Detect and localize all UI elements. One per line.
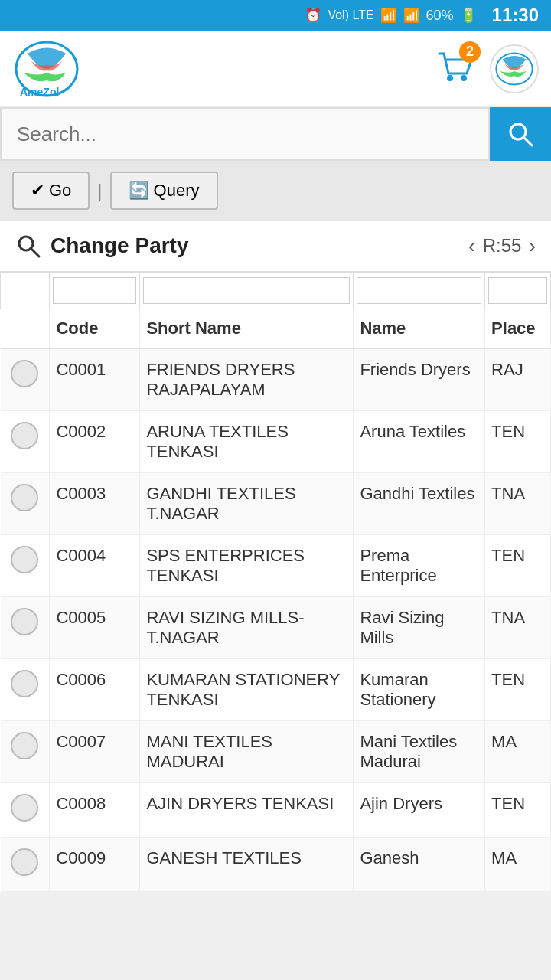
profile-avatar[interactable]	[490, 44, 539, 93]
query-label: Query	[154, 181, 200, 201]
row-place: MA	[485, 838, 551, 892]
filter-name-input[interactable]	[357, 277, 481, 304]
col-header-name: Name	[354, 309, 485, 349]
check-icon: ✔	[31, 181, 44, 201]
filter-shortname-cell	[140, 273, 354, 309]
go-button[interactable]: ✔ Go	[12, 172, 90, 210]
search-button[interactable]	[490, 107, 551, 161]
row-short-name: AJIN DRYERS TENKASI	[140, 783, 354, 838]
col-header-shortname: Short Name	[140, 309, 354, 349]
row-name: Ganesh	[354, 838, 485, 892]
row-name: Kumaran Stationery	[354, 659, 485, 721]
row-radio-button[interactable]	[11, 794, 38, 822]
row-select-cell	[1, 535, 50, 597]
status-bar: ⏰ Vol) LTE 📶 📶 60% 🔋 11:30	[0, 0, 551, 31]
row-select-cell	[1, 721, 50, 783]
table-row[interactable]: C0002ARUNA TEXTILES TENKASIAruna Textile…	[1, 411, 551, 473]
row-short-name: FRIENDS DRYERS RAJAPALAYAM	[140, 348, 354, 411]
row-place: TEN	[485, 783, 551, 838]
row-radio-button[interactable]	[11, 848, 38, 876]
row-place: TEN	[485, 535, 551, 597]
row-select-cell	[1, 783, 50, 838]
battery-text: 60%	[426, 8, 454, 24]
search-input[interactable]	[0, 107, 490, 161]
table-row[interactable]: C0003GANDHI TEXTILES T.NAGARGandhi Texti…	[1, 473, 551, 535]
row-select-cell	[1, 838, 50, 892]
prev-page-button[interactable]: ‹	[468, 234, 475, 258]
row-place: RAJ	[485, 348, 551, 411]
change-party-header: Change Party ‹ R:55 ›	[0, 220, 551, 272]
row-code: C0004	[50, 535, 140, 597]
table-row[interactable]: C0004SPS ENTERPRICES TENKASIPrema Enterp…	[1, 535, 551, 597]
cart-badge: 2	[459, 41, 481, 63]
table-row[interactable]: C0005RAVI SIZING MILLS- T.NAGARRavi Sizi…	[1, 597, 551, 659]
signal-icon: 📶	[403, 7, 420, 24]
row-short-name: MANI TEXTILES MADURAI	[140, 721, 354, 783]
next-page-button[interactable]: ›	[529, 234, 536, 258]
row-code: C0003	[50, 473, 140, 535]
filter-place-input[interactable]	[488, 277, 547, 304]
change-party-title-container: Change Party	[15, 233, 189, 259]
row-name: Mani Textiles Madurai	[354, 721, 485, 783]
logo-container[interactable]: AmeZol	[12, 38, 81, 100]
row-radio-button[interactable]	[11, 608, 38, 635]
row-code: C0007	[50, 721, 140, 783]
row-short-name: GANESH TEXTILES	[140, 838, 354, 892]
app-header: AmeZol 2	[0, 31, 551, 107]
row-name: Aruna Textiles	[354, 411, 485, 473]
row-radio-button[interactable]	[11, 360, 38, 387]
row-radio-button[interactable]	[11, 732, 38, 760]
row-short-name: GANDHI TEXTILES T.NAGAR	[140, 473, 354, 535]
row-select-cell	[1, 659, 50, 721]
alarm-icon: ⏰	[305, 7, 321, 24]
pagination: ‹ R:55 ›	[468, 234, 536, 258]
toolbar: ✔ Go | 🔄 Query	[0, 161, 551, 220]
row-code: C0006	[50, 659, 140, 721]
status-time: 11:30	[492, 5, 539, 26]
app-logo: AmeZol	[12, 38, 81, 100]
svg-point-3	[461, 75, 467, 81]
row-radio-button[interactable]	[11, 484, 38, 511]
filter-row	[1, 273, 551, 309]
svg-point-2	[447, 75, 453, 81]
row-select-cell	[1, 411, 50, 473]
table-body: C0001FRIENDS DRYERS RAJAPALAYAMFriends D…	[1, 348, 551, 892]
row-short-name: SPS ENTERPRICES TENKASI	[140, 535, 354, 597]
table-row[interactable]: C0006KUMARAN STATIONERY TENKASIKumaran S…	[1, 659, 551, 721]
search-magnify-icon	[15, 233, 41, 259]
filter-name-cell	[354, 273, 485, 309]
svg-text:AmeZol: AmeZol	[20, 86, 59, 98]
row-select-cell	[1, 348, 50, 411]
table-row[interactable]: C0009GANESH TEXTILESGaneshMA	[1, 838, 551, 892]
battery-icon: 🔋	[460, 7, 477, 24]
table-row[interactable]: C0007MANI TEXTILES MADURAIMani Textiles …	[1, 721, 551, 783]
row-short-name: RAVI SIZING MILLS- T.NAGAR	[140, 597, 354, 659]
search-icon	[507, 120, 534, 148]
search-bar	[0, 107, 551, 161]
record-count: R:55	[483, 235, 522, 256]
table-row[interactable]: C0001FRIENDS DRYERS RAJAPALAYAMFriends D…	[1, 348, 551, 411]
cart-container[interactable]: 2	[435, 47, 474, 90]
row-short-name: ARUNA TEXTILES TENKASI	[140, 411, 354, 473]
query-button[interactable]: 🔄 Query	[110, 172, 218, 210]
row-radio-button[interactable]	[11, 670, 38, 697]
row-radio-button[interactable]	[11, 422, 38, 449]
row-code: C0009	[50, 838, 140, 892]
filter-code-cell	[50, 273, 140, 309]
row-select-cell	[1, 473, 50, 535]
row-place: TEN	[485, 411, 551, 473]
row-place: MA	[485, 721, 551, 783]
filter-shortname-input[interactable]	[143, 277, 350, 304]
party-table: Code Short Name Name Place C0001FRIENDS …	[0, 272, 551, 892]
refresh-icon: 🔄	[129, 181, 149, 201]
row-radio-button[interactable]	[11, 546, 38, 573]
filter-code-input[interactable]	[53, 277, 136, 304]
row-name: Ravi Sizing Mills	[354, 597, 485, 659]
table-row[interactable]: C0008AJIN DRYERS TENKASIAjin DryersTEN	[1, 783, 551, 838]
row-place: TEN	[485, 659, 551, 721]
row-name: Friends Dryers	[354, 348, 485, 411]
row-name: Ajin Dryers	[354, 783, 485, 838]
row-name: Gandhi Textiles	[354, 473, 485, 535]
col-header-select	[1, 309, 50, 349]
svg-line-8	[31, 248, 39, 256]
